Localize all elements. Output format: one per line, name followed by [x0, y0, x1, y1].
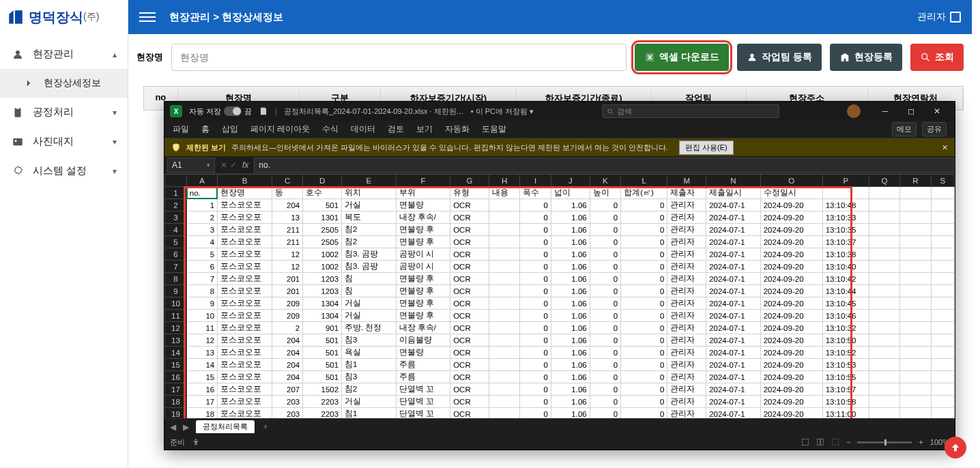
- cell[interactable]: [489, 383, 519, 396]
- cell[interactable]: 0: [590, 211, 620, 224]
- cell[interactable]: 1: [186, 199, 217, 211]
- cell[interactable]: 13:10:55: [822, 371, 869, 383]
- cell[interactable]: 0: [621, 285, 667, 297]
- cell[interactable]: no.: [186, 187, 217, 199]
- cell[interactable]: OCR: [450, 359, 489, 371]
- view-layout-icon[interactable]: [816, 438, 824, 446]
- cell[interactable]: 2024-07-1: [706, 408, 761, 419]
- cell[interactable]: 단열벽 꼬: [396, 396, 450, 408]
- cell[interactable]: 10: [186, 310, 217, 322]
- cell[interactable]: 침2: [342, 236, 397, 248]
- cell[interactable]: 관리자: [667, 322, 706, 334]
- cell[interactable]: 침3. 곰팡: [342, 261, 397, 273]
- cell[interactable]: 2024-07-1: [706, 236, 761, 248]
- cell[interactable]: 제출자: [667, 187, 706, 199]
- cell[interactable]: 2024-09-20: [760, 359, 822, 371]
- cell[interactable]: 1.06: [551, 297, 590, 310]
- cell[interactable]: 침: [342, 285, 397, 297]
- cell[interactable]: 관리자: [667, 285, 706, 297]
- cell[interactable]: 2024-09-20: [760, 236, 822, 248]
- row-header[interactable]: 15: [165, 359, 187, 371]
- cell[interactable]: 유형: [450, 187, 489, 199]
- cell[interactable]: 0: [621, 224, 667, 236]
- cell[interactable]: 2024-09-20: [760, 334, 822, 347]
- cell[interactable]: 0: [520, 334, 551, 347]
- cell[interactable]: 11: [186, 322, 217, 334]
- ribbon-tab[interactable]: 데이터: [351, 123, 375, 135]
- cell[interactable]: [489, 322, 519, 334]
- cell[interactable]: 위치: [342, 187, 397, 199]
- formula-value[interactable]: no.: [254, 158, 955, 173]
- zoom-slider[interactable]: [857, 441, 912, 443]
- col-header[interactable]: A: [186, 175, 217, 187]
- cell[interactable]: 1.06: [551, 371, 590, 383]
- cell[interactable]: 2024-07-1: [706, 322, 761, 334]
- avatar[interactable]: [847, 104, 861, 118]
- cell[interactable]: 호수: [303, 187, 342, 199]
- cell[interactable]: 침: [342, 273, 397, 285]
- cell[interactable]: 0: [621, 396, 667, 408]
- cell[interactable]: 501: [303, 334, 342, 347]
- cell[interactable]: [489, 310, 519, 322]
- cell[interactable]: 1.06: [551, 285, 590, 297]
- cell[interactable]: 관리자: [667, 347, 706, 359]
- cell[interactable]: 면불량 후: [396, 273, 450, 285]
- cell[interactable]: 거실: [342, 297, 397, 310]
- col-header[interactable]: J: [551, 175, 590, 187]
- cell[interactable]: [489, 371, 519, 383]
- cell[interactable]: 복도: [342, 211, 397, 224]
- cell[interactable]: 1.06: [551, 261, 590, 273]
- cell[interactable]: 거실: [342, 199, 397, 211]
- cell[interactable]: 1.06: [551, 310, 590, 322]
- cell[interactable]: 거실: [342, 310, 397, 322]
- cell[interactable]: OCR: [450, 334, 489, 347]
- cell[interactable]: OCR: [450, 347, 489, 359]
- cell[interactable]: 201: [272, 285, 302, 297]
- cell[interactable]: 0: [590, 359, 620, 371]
- cell[interactable]: 2024-09-20: [760, 224, 822, 236]
- cell[interactable]: 2505: [303, 224, 342, 236]
- cell[interactable]: 2024-09-20: [760, 396, 822, 408]
- cell[interactable]: 203: [272, 396, 302, 408]
- zoom-in-icon[interactable]: +: [919, 438, 923, 446]
- cell[interactable]: 2: [186, 211, 217, 224]
- cell[interactable]: 포스코오포: [218, 248, 272, 261]
- cell[interactable]: 포스코오포: [218, 347, 272, 359]
- cell[interactable]: 포스코오포: [218, 310, 272, 322]
- cell[interactable]: 0: [520, 199, 551, 211]
- cell[interactable]: 관리자: [667, 383, 706, 396]
- cell[interactable]: OCR: [450, 224, 489, 236]
- cell[interactable]: 면불량 후: [396, 297, 450, 310]
- cell[interactable]: 18: [186, 408, 217, 419]
- cell[interactable]: 2024-09-20: [760, 199, 822, 211]
- cell[interactable]: 901: [303, 322, 342, 334]
- cell[interactable]: 2024-09-20: [760, 273, 822, 285]
- cell[interactable]: 17: [186, 396, 217, 408]
- cell[interactable]: 포스코오포: [218, 211, 272, 224]
- cell[interactable]: 209: [272, 310, 302, 322]
- excel-grid[interactable]: ABCDEFGHIJKLMNOPQRS1no.현장명동호수위치부위유형내용폭수넓…: [164, 174, 955, 418]
- cell[interactable]: 13:10:45: [822, 297, 869, 310]
- cell[interactable]: 1.06: [551, 236, 590, 248]
- cell[interactable]: 1.06: [551, 334, 590, 347]
- cell[interactable]: 204: [272, 199, 302, 211]
- name-box[interactable]: A1▾: [167, 158, 215, 173]
- cell[interactable]: 0: [621, 347, 667, 359]
- cell[interactable]: 2024-07-1: [706, 211, 761, 224]
- cell[interactable]: 2024-07-1: [706, 359, 761, 371]
- row-header[interactable]: 12: [165, 322, 187, 334]
- cell[interactable]: 관리자: [667, 408, 706, 419]
- cell[interactable]: 0: [590, 261, 620, 273]
- cell[interactable]: 주방. 천정: [342, 322, 397, 334]
- cell[interactable]: 13:10:58: [822, 396, 869, 408]
- row-header[interactable]: 14: [165, 347, 187, 359]
- col-header[interactable]: F: [396, 175, 450, 187]
- cell[interactable]: 관리자: [667, 261, 706, 273]
- cell[interactable]: 2024-07-1: [706, 334, 761, 347]
- cell[interactable]: 1.06: [551, 347, 590, 359]
- cell[interactable]: 13:10:38: [822, 248, 869, 261]
- cell[interactable]: 관리자: [667, 236, 706, 248]
- user-label[interactable]: 관리자: [917, 11, 961, 23]
- cell[interactable]: 16: [186, 383, 217, 396]
- cell[interactable]: 13: [186, 347, 217, 359]
